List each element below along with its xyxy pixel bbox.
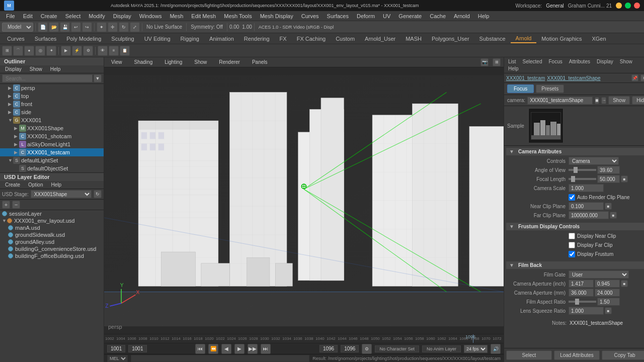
- camera-value-input[interactable]: [527, 97, 593, 105]
- select-button[interactable]: Select: [506, 350, 552, 360]
- hide-button[interactable]: Hide: [632, 96, 644, 105]
- copy-tab-button[interactable]: Copy Tab: [602, 350, 644, 360]
- select-tool-btn[interactable]: ✦: [97, 22, 107, 32]
- render-settings-btn[interactable]: ⚙: [83, 46, 93, 56]
- usd-minus-btn[interactable]: −: [12, 201, 20, 209]
- vp-camera-icon-btn[interactable]: 📷: [480, 58, 489, 66]
- vp-grid-btn[interactable]: ⊞: [493, 58, 501, 66]
- ae-tab-display[interactable]: Display: [594, 58, 616, 65]
- outliner-item-xxx001shape[interactable]: ▶ M XXX001Shape: [0, 124, 104, 132]
- tab-surfaces[interactable]: Surfaces: [30, 35, 61, 43]
- mel-input[interactable]: [131, 355, 309, 362]
- snap-curve-btn[interactable]: ⌒: [13, 46, 23, 56]
- cam-aperture-in-val2[interactable]: [595, 280, 620, 288]
- ae-tab-focus[interactable]: Focus: [545, 58, 565, 65]
- vp-renderer-menu[interactable]: Renderer: [215, 58, 244, 66]
- outliner-item-shotcam[interactable]: ▶ C XXX001_shotcam: [0, 132, 104, 140]
- tab-xgen[interactable]: XGen: [587, 35, 611, 43]
- tab-mash[interactable]: MASH: [400, 35, 427, 43]
- scale-tool-btn[interactable]: ⤢: [130, 22, 140, 32]
- playback-settings-btn[interactable]: ⚙: [362, 344, 372, 354]
- vp-shading-menu[interactable]: Shading: [130, 58, 157, 66]
- lens-squeeze-input[interactable]: [569, 307, 604, 315]
- ipr-btn[interactable]: ⚡: [72, 46, 82, 56]
- show-button[interactable]: Show: [608, 96, 630, 105]
- aov-slider[interactable]: [569, 169, 596, 171]
- tab-custom[interactable]: Custom: [331, 35, 360, 43]
- far-clip-input[interactable]: [569, 211, 609, 219]
- menu-uv[interactable]: UV: [379, 12, 394, 20]
- usd-stage-select[interactable]: XXX001Shape: [31, 190, 92, 198]
- usd-item-env-layout[interactable]: ▼ XXX001_env_layout.usd: [0, 217, 104, 224]
- cam-scale-input[interactable]: [569, 184, 604, 192]
- new-file-btn[interactable]: 📄: [38, 22, 48, 32]
- ae-tab-list[interactable]: List: [505, 58, 519, 65]
- menu-edit-mesh[interactable]: Edit Mesh: [187, 12, 220, 20]
- outliner-help-menu[interactable]: Help: [47, 66, 64, 72]
- render-btn[interactable]: ▶: [61, 46, 71, 56]
- menu-create[interactable]: Create: [37, 12, 61, 20]
- tab-poly-modeling[interactable]: Poly Modeling: [61, 35, 106, 43]
- tab-animation[interactable]: Animation: [204, 35, 239, 43]
- cam-aperture-mm-val1[interactable]: [569, 289, 594, 297]
- tab-fx-caching[interactable]: FX Caching: [292, 35, 331, 43]
- menu-modify[interactable]: Modify: [85, 12, 109, 20]
- undo-btn[interactable]: ↩: [71, 22, 81, 32]
- close-btn[interactable]: [634, 3, 640, 9]
- tab-substance[interactable]: Substance: [474, 35, 511, 43]
- usd-item-mana[interactable]: manA.usd: [0, 224, 104, 231]
- snap-point-btn[interactable]: ●: [24, 46, 34, 56]
- maximize-btn[interactable]: [625, 3, 631, 9]
- tab-curves[interactable]: Curves: [2, 35, 30, 43]
- presets-button[interactable]: Presets: [536, 84, 564, 93]
- menu-display[interactable]: Display: [109, 12, 135, 20]
- channel-box-btn[interactable]: ≡: [109, 46, 119, 56]
- outliner-item-testcam[interactable]: ▶ C XXX001_testcam: [0, 148, 104, 156]
- film-back-header[interactable]: ▼ Film Back: [506, 261, 644, 269]
- menu-generate[interactable]: Generate: [394, 12, 426, 20]
- mode-dropdown[interactable]: Model: [2, 23, 33, 32]
- open-file-btn[interactable]: 📂: [49, 22, 59, 32]
- lens-squeeze-reset-btn[interactable]: ■: [605, 307, 612, 314]
- node-shape-label[interactable]: XXX001_testcamShape: [547, 75, 600, 81]
- camera-arrow-btn[interactable]: →: [601, 97, 606, 104]
- focus-button[interactable]: Focus: [507, 84, 534, 93]
- redo-btn[interactable]: ↪: [82, 22, 92, 32]
- ae-tab-selected[interactable]: Selected: [520, 58, 545, 65]
- controls-select[interactable]: Camera: [569, 157, 619, 165]
- outliner-item-top[interactable]: ▶ C top: [0, 92, 104, 100]
- camera-pick-btn[interactable]: ◼: [595, 97, 599, 104]
- menu-windows[interactable]: Windows: [135, 12, 166, 20]
- menu-cache[interactable]: Cache: [426, 12, 450, 20]
- film-aspect-input[interactable]: [597, 298, 620, 306]
- outliner-item-skylight[interactable]: ▶ L aiSkyDomeLight1: [0, 140, 104, 148]
- menu-mesh-display[interactable]: Mesh Display: [256, 12, 297, 20]
- near-clip-reset-btn[interactable]: ■: [605, 203, 612, 210]
- tab-sculpting[interactable]: Sculpting: [106, 35, 139, 43]
- usd-create-menu[interactable]: Create: [2, 182, 23, 188]
- rotate-tool-btn[interactable]: ↻: [119, 22, 129, 32]
- menu-mesh-tools[interactable]: Mesh Tools: [220, 12, 256, 20]
- cam-aperture-mm-val2[interactable]: [595, 289, 620, 297]
- node-name-label[interactable]: XXX001_testcam: [506, 75, 545, 81]
- usd-add-btn[interactable]: +: [2, 201, 10, 209]
- viewport-3d[interactable]: X Y Z persp: [104, 67, 504, 334]
- vp-panels-menu[interactable]: Panels: [248, 58, 272, 66]
- outliner-item-side[interactable]: ▶ C side: [0, 108, 104, 116]
- move-tool-btn[interactable]: ✛: [108, 22, 118, 32]
- outliner-item-objectset[interactable]: S defaultObjectSet: [0, 164, 104, 172]
- tab-uv-editing[interactable]: UV Editing: [139, 35, 176, 43]
- snap-grid-btn[interactable]: ⊞: [2, 46, 12, 56]
- playback-prev-frame-btn[interactable]: ◀: [221, 344, 231, 354]
- playback-next-frame-btn[interactable]: ▶▶: [248, 344, 258, 354]
- tab-arnold[interactable]: Arnold: [511, 34, 537, 43]
- menu-edit[interactable]: Edit: [19, 12, 37, 20]
- tab-polygons-user[interactable]: Polygons_User: [427, 35, 474, 43]
- menu-arnold[interactable]: Arnold: [450, 12, 474, 20]
- tab-rendering[interactable]: Rendering: [239, 35, 275, 43]
- aov-input[interactable]: [597, 166, 620, 174]
- tab-fx[interactable]: FX: [275, 35, 292, 43]
- usd-item-alley[interactable]: groundAlley.usd: [0, 238, 104, 245]
- outliner-item-persp[interactable]: ▶ C persp: [0, 84, 104, 92]
- outliner-show-menu[interactable]: Show: [27, 66, 45, 72]
